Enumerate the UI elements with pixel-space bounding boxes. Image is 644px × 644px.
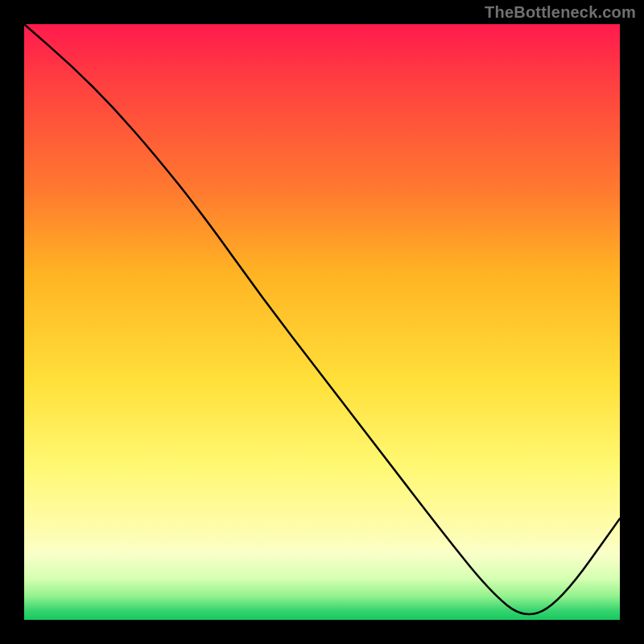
bottleneck-curve: [24, 24, 620, 620]
curve-path: [24, 24, 620, 614]
chart-plot-area: [24, 24, 620, 620]
attribution-text: TheBottleneck.com: [485, 3, 636, 22]
